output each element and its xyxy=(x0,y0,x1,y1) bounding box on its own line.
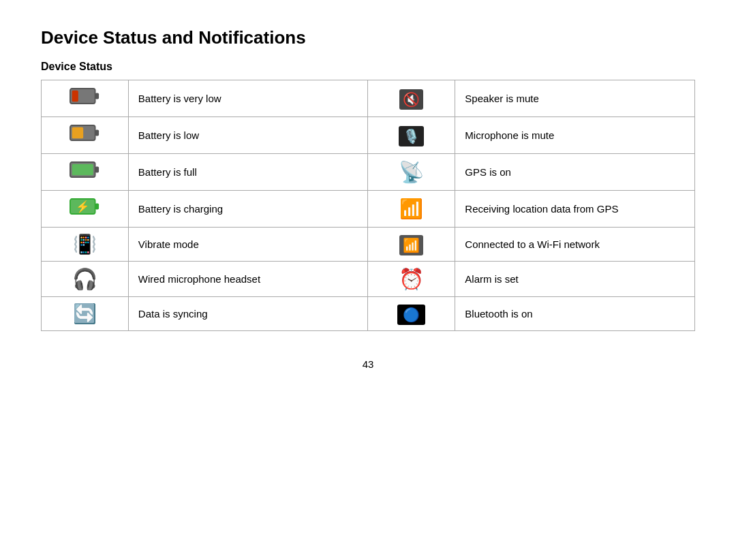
table-row: 📳 Vibrate mode 📶 Connected to a Wi-Fi ne… xyxy=(42,228,695,262)
microphone-mute-label: Microphone is mute xyxy=(455,117,695,154)
page-title: Device Status and Notifications xyxy=(41,27,695,48)
table-row: ⚡ Battery is charging 📶 Receiving locati… xyxy=(42,191,695,228)
wifi-connected-icon: 📶 xyxy=(368,228,455,262)
vibrate-mode-label: Vibrate mode xyxy=(128,228,368,262)
page-number: 43 xyxy=(41,358,695,370)
table-row: Battery is very low 🔇 Speaker is mute xyxy=(42,80,695,117)
svg-rect-1 xyxy=(95,93,99,99)
alarm-set-label: Alarm is set xyxy=(455,262,695,297)
speaker-mute-label: Speaker is mute xyxy=(455,80,695,117)
svg-text:⚡: ⚡ xyxy=(76,200,91,214)
battery-charging-label: Battery is charging xyxy=(128,191,368,228)
battery-charging-icon: ⚡ xyxy=(42,191,129,228)
battery-full-label: Battery is full xyxy=(128,154,368,191)
section-title: Device Status xyxy=(41,61,695,73)
gps-receiving-label: Receiving location data from GPS xyxy=(455,191,695,228)
wired-headset-label: Wired microphone headset xyxy=(128,262,368,297)
gps-on-icon: 📡 xyxy=(368,154,455,191)
page-content: Device Status and Notifications Device S… xyxy=(41,27,695,370)
data-syncing-label: Data is syncing xyxy=(128,297,368,331)
battery-very-low-label: Battery is very low xyxy=(128,80,368,117)
table-row: 🔄 Data is syncing 🔵 Bluetooth is on xyxy=(42,297,695,331)
table-row: Battery is low 🎙️ Microphone is mute xyxy=(42,117,695,154)
microphone-mute-icon: 🎙️ xyxy=(368,117,455,154)
vibrate-mode-icon: 📳 xyxy=(42,228,129,262)
svg-rect-4 xyxy=(95,129,99,136)
battery-full-icon xyxy=(42,154,129,191)
battery-low-icon xyxy=(42,117,129,154)
svg-rect-2 xyxy=(72,91,78,102)
svg-rect-8 xyxy=(72,164,93,176)
svg-rect-10 xyxy=(95,203,99,209)
wired-headset-icon: 🎧 xyxy=(42,262,129,297)
gps-on-label: GPS is on xyxy=(455,154,695,191)
data-syncing-icon: 🔄 xyxy=(42,297,129,331)
bluetooth-on-icon: 🔵 xyxy=(368,297,455,331)
svg-rect-5 xyxy=(72,127,84,139)
battery-low-label: Battery is low xyxy=(128,117,368,154)
speaker-mute-icon: 🔇 xyxy=(368,80,455,117)
gps-receiving-icon: 📶 xyxy=(368,191,455,228)
status-table: Battery is very low 🔇 Speaker is mute Ba… xyxy=(41,80,695,331)
wifi-connected-label: Connected to a Wi-Fi network xyxy=(455,228,695,262)
table-row: 🎧 Wired microphone headset ⏰ Alarm is se… xyxy=(42,262,695,297)
alarm-set-icon: ⏰ xyxy=(368,262,455,297)
svg-rect-7 xyxy=(95,166,99,172)
table-row: Battery is full 📡 GPS is on xyxy=(42,154,695,191)
bluetooth-on-label: Bluetooth is on xyxy=(455,297,695,331)
battery-very-low-icon xyxy=(42,80,129,117)
